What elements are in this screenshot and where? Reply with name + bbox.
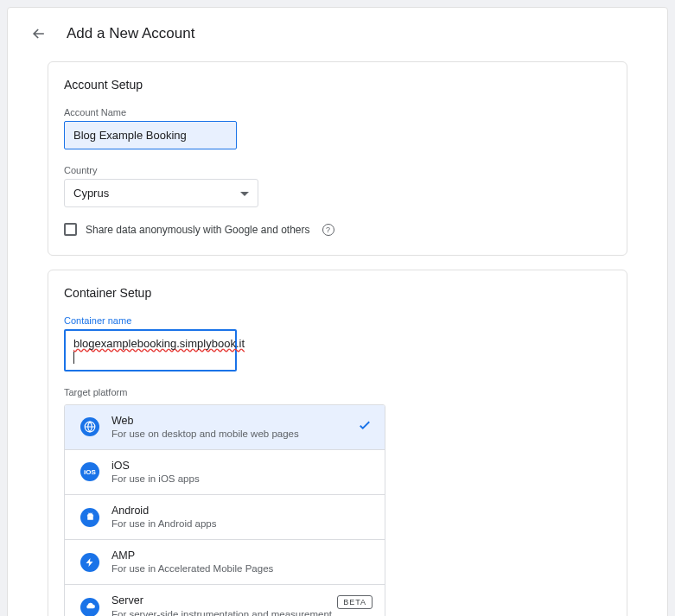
globe-icon [80, 417, 99, 436]
share-data-row: Share data anonymously with Google and o… [64, 223, 611, 236]
target-platform-list: Web For use on desktop and mobile web pa… [64, 404, 385, 616]
account-name-label: Account Name [64, 107, 611, 117]
platform-text: iOS For use in iOS apps [111, 459, 200, 486]
container-name-label: Container name [64, 315, 611, 326]
dialog-header: Add a New Account [8, 8, 667, 54]
platform-desc: For use in Accelerated Mobile Pages [111, 562, 273, 575]
platform-title: AMP [111, 549, 273, 562]
svg-rect-1 [87, 516, 93, 519]
platform-desc: For use on desktop and mobile web pages [111, 428, 299, 441]
back-button[interactable] [29, 23, 49, 44]
container-setup-title: Container Setup [64, 286, 611, 300]
platform-text: Server For server-side instrumentation a… [111, 594, 332, 616]
text-cursor [73, 352, 74, 364]
account-setup-panel: Account Setup Account Name Country Cypru… [48, 61, 627, 256]
ios-icon: iOS [80, 462, 99, 481]
platform-item-android[interactable]: Android For use in Android apps [65, 494, 385, 539]
container-name-value: blogexamplebooking.simplybook.it [73, 337, 245, 350]
share-data-checkbox[interactable] [64, 223, 77, 236]
platform-item-server[interactable]: Server For server-side instrumentation a… [65, 584, 385, 616]
platform-item-amp[interactable]: AMP For use in Accelerated Mobile Pages [65, 539, 385, 584]
platform-desc: For use in iOS apps [111, 473, 200, 486]
check-icon [357, 417, 373, 436]
container-setup-panel: Container Setup Container name blogexamp… [48, 270, 627, 616]
container-name-input[interactable]: blogexamplebooking.simplybook.it [64, 329, 237, 372]
platform-item-ios[interactable]: iOS iOS For use in iOS apps [65, 449, 385, 494]
country-select[interactable]: Cyprus [64, 179, 258, 207]
platform-text: Android For use in Android apps [111, 504, 216, 530]
target-platform-label: Target platform [64, 387, 611, 397]
platform-text: AMP For use in Accelerated Mobile Pages [111, 549, 273, 575]
add-account-dialog: Add a New Account Account Setup Account … [7, 7, 668, 616]
beta-badge: BETA [337, 595, 373, 609]
platform-title: Server [111, 594, 332, 607]
account-name-input[interactable] [64, 121, 237, 149]
platform-desc: For server-side instrumentation and meas… [111, 608, 332, 616]
platform-title: Android [111, 504, 216, 518]
country-label: Country [64, 165, 611, 175]
android-icon [80, 508, 99, 527]
account-setup-title: Account Setup [64, 78, 611, 92]
share-data-label: Share data anonymously with Google and o… [86, 224, 310, 236]
help-icon[interactable]: ? [322, 224, 334, 236]
page-title: Add a New Account [67, 25, 194, 42]
country-value: Cyprus [73, 187, 109, 200]
platform-title: Web [111, 414, 299, 428]
platform-item-web[interactable]: Web For use on desktop and mobile web pa… [65, 405, 385, 449]
country-field-wrap: Country Cyprus [64, 165, 611, 207]
cloud-icon [80, 598, 99, 616]
platform-desc: For use in Android apps [111, 518, 216, 530]
platform-text: Web For use on desktop and mobile web pa… [111, 414, 299, 441]
account-name-field-wrap: Account Name [64, 107, 611, 149]
bolt-icon [80, 553, 99, 572]
container-name-field-wrap: Container name blogexamplebooking.simply… [64, 315, 611, 372]
arrow-left-icon [30, 25, 48, 42]
platform-title: iOS [111, 459, 200, 473]
